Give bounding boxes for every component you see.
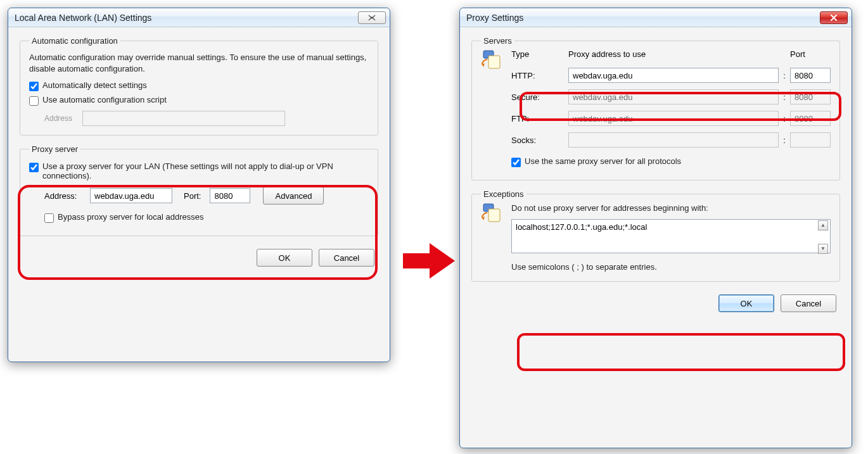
http-port-input[interactable] bbox=[790, 68, 831, 83]
exceptions-hint: Use semicolons ( ; ) to separate entries… bbox=[511, 262, 831, 273]
lan-cancel-button[interactable]: Cancel bbox=[319, 249, 374, 267]
automatic-configuration-group: Automatic configuration Automatic config… bbox=[20, 36, 378, 136]
secure-port-input bbox=[790, 89, 831, 104]
auto-detect-label: Automatically detect settings bbox=[42, 80, 369, 90]
auto-config-desc: Automatic configuration may override man… bbox=[29, 52, 369, 74]
lan-close-button[interactable] bbox=[358, 11, 386, 24]
advanced-button[interactable]: Advanced bbox=[263, 187, 324, 205]
auto-address-input bbox=[82, 111, 285, 126]
socks-address-input bbox=[568, 132, 779, 148]
exceptions-scrollbar[interactable]: ▲ ▼ bbox=[818, 220, 829, 254]
auto-address-label: Address bbox=[44, 114, 82, 123]
row-http-type: HTTP: bbox=[511, 71, 568, 80]
proxy-titlebar[interactable]: Proxy Settings bbox=[460, 8, 852, 27]
bypass-local-label: Bypass proxy server for local addresses bbox=[58, 212, 369, 222]
ftp-address-input bbox=[568, 111, 779, 126]
use-proxy-label: Use a proxy server for your LAN (These s… bbox=[42, 161, 369, 180]
exceptions-textarea[interactable] bbox=[511, 219, 831, 253]
proxy-ok-button[interactable]: OK bbox=[718, 294, 774, 312]
col-type-header: Type bbox=[511, 49, 568, 59]
exceptions-desc: Do not use proxy server for addresses be… bbox=[511, 203, 831, 214]
proxy-port-label: Port: bbox=[184, 191, 201, 201]
col-port-header: Port bbox=[790, 49, 831, 59]
secure-address-input bbox=[568, 89, 779, 104]
proxy-server-group: Proxy server Use a proxy server for your… bbox=[20, 144, 378, 236]
proxy-address-input[interactable] bbox=[90, 188, 172, 203]
servers-icon bbox=[481, 49, 511, 71]
lan-titlebar[interactable]: Local Area Network (LAN) Settings bbox=[8, 8, 390, 27]
proxy-address-label: Address: bbox=[44, 191, 85, 201]
exceptions-icon bbox=[481, 203, 511, 224]
lan-ok-button[interactable]: OK bbox=[257, 249, 312, 267]
auto-script-checkbox[interactable] bbox=[29, 96, 39, 106]
auto-config-legend: Automatic configuration bbox=[29, 36, 120, 46]
proxy-server-legend: Proxy server bbox=[29, 144, 80, 154]
row-secure-type: Secure: bbox=[511, 92, 568, 102]
svg-rect-5 bbox=[488, 209, 500, 222]
use-proxy-checkbox[interactable] bbox=[29, 163, 39, 172]
same-proxy-label: Use the same proxy server for all protoc… bbox=[525, 156, 831, 166]
auto-detect-checkbox[interactable] bbox=[29, 82, 39, 91]
scroll-down-icon[interactable]: ▼ bbox=[818, 244, 828, 254]
proxy-settings-dialog: Proxy Settings Servers Type bbox=[459, 8, 852, 448]
arrow-icon bbox=[403, 243, 455, 279]
exceptions-group: Exceptions Do not use proxy server for a… bbox=[471, 189, 840, 282]
auto-script-label: Use automatic configuration script bbox=[42, 95, 369, 104]
svg-rect-2 bbox=[488, 56, 500, 68]
bypass-local-checkbox[interactable] bbox=[44, 213, 54, 223]
ftp-port-input bbox=[790, 111, 831, 126]
colon-sep: : bbox=[779, 71, 790, 80]
socks-port-input bbox=[790, 132, 831, 148]
lan-settings-dialog: Local Area Network (LAN) Settings Automa… bbox=[8, 8, 390, 362]
servers-group: Servers Type Proxy address to use bbox=[471, 36, 840, 180]
exceptions-legend: Exceptions bbox=[481, 189, 527, 199]
same-proxy-checkbox[interactable] bbox=[511, 158, 521, 167]
lan-title: Local Area Network (LAN) Settings bbox=[15, 13, 358, 23]
servers-legend: Servers bbox=[481, 36, 514, 46]
http-address-input[interactable] bbox=[568, 68, 779, 83]
row-ftp-type: FTP: bbox=[511, 114, 568, 123]
proxy-close-button[interactable] bbox=[820, 11, 848, 24]
scroll-up-icon[interactable]: ▲ bbox=[818, 220, 828, 230]
proxy-title: Proxy Settings bbox=[466, 13, 820, 23]
row-socks-type: Socks: bbox=[511, 136, 568, 145]
col-addr-header: Proxy address to use bbox=[568, 49, 779, 59]
proxy-cancel-button[interactable]: Cancel bbox=[781, 294, 836, 312]
svg-marker-0 bbox=[403, 243, 455, 279]
proxy-port-input[interactable] bbox=[210, 188, 250, 203]
